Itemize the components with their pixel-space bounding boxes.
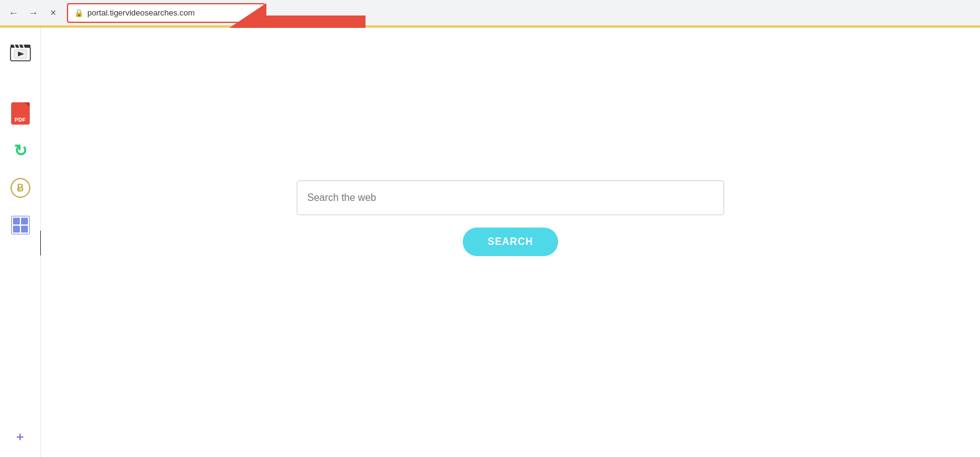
search-input[interactable] <box>297 180 724 215</box>
url-text: portal.tigervideosearches.com <box>87 8 195 17</box>
bitcoin-icon: Ƀ <box>11 178 30 198</box>
main-content: SEARCH <box>41 28 980 457</box>
sidebar-item-refresh[interactable]: ↺ <box>8 138 33 163</box>
sidebar-logo-icon[interactable] <box>8 39 33 64</box>
clapperboard-icon <box>9 41 32 62</box>
sidebar-item-bitcoin[interactable]: Ƀ <box>8 175 33 200</box>
sidebar-item-grid[interactable] <box>8 213 33 237</box>
pdf-icon: PDF <box>11 102 30 125</box>
grid-icon <box>11 216 30 234</box>
search-container: SEARCH <box>297 180 724 256</box>
search-input-wrapper <box>297 180 724 215</box>
forward-button[interactable]: → <box>26 6 41 20</box>
sidebar: PDF ↺ Ƀ ‹ + <box>0 28 41 457</box>
refresh-icon: ↺ <box>14 141 27 161</box>
sidebar-item-pdf[interactable]: PDF <box>8 101 33 126</box>
svg-rect-9 <box>11 45 30 48</box>
close-button[interactable]: × <box>46 6 61 20</box>
back-button[interactable]: ← <box>6 6 21 20</box>
address-bar[interactable]: 🔒 portal.tigervideosearches.com <box>67 3 265 23</box>
search-button[interactable]: SEARCH <box>463 228 558 256</box>
sidebar-add-button[interactable]: + <box>16 429 24 445</box>
lock-icon: 🔒 <box>74 9 84 17</box>
